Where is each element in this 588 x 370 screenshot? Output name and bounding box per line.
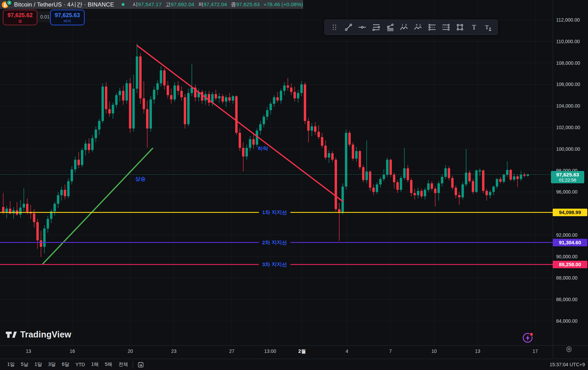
candle-body <box>355 151 358 159</box>
range-button-3달[interactable]: 3달 <box>45 360 59 369</box>
support-price-axis-label: 94,098.99 <box>553 209 587 216</box>
sell-button[interactable]: 97,625.62 셀 <box>3 10 37 25</box>
time-tick-label: 10 <box>431 348 437 354</box>
trend-line-icon[interactable] <box>341 21 356 34</box>
range-button-1달[interactable]: 1달 <box>32 360 45 369</box>
candle-body <box>119 91 121 95</box>
candle-body <box>427 183 430 190</box>
candle-body <box>173 85 176 99</box>
candle-body <box>520 175 522 179</box>
candle-body <box>431 183 433 189</box>
candle-body <box>403 168 406 178</box>
candle-body <box>187 93 190 124</box>
candle-body <box>475 171 478 192</box>
go-to-date-button[interactable] <box>136 360 146 369</box>
candle-body <box>228 97 231 100</box>
candle-body <box>259 124 262 131</box>
candle-body <box>177 85 179 91</box>
candle-body <box>386 160 388 175</box>
candle-body <box>239 133 241 148</box>
candle-body <box>143 98 145 109</box>
candle-body <box>249 139 251 148</box>
symbol-title[interactable]: Bitcoin / TetherUS · 4시간 · BINANCE <box>14 1 114 9</box>
candle-body <box>448 168 450 178</box>
time-tick-label: 7 <box>389 348 392 354</box>
candle-body <box>74 160 76 169</box>
candle-body <box>331 153 334 160</box>
candle-body <box>36 222 39 240</box>
range-button-5해[interactable]: 5해 <box>102 360 116 369</box>
candle-body <box>509 170 512 180</box>
candle-body <box>163 71 166 86</box>
gear-icon[interactable] <box>565 346 573 353</box>
clock[interactable]: 15:37:04 UTC+9 <box>550 359 585 370</box>
candle-body <box>43 229 46 247</box>
fib-retracement-icon[interactable] <box>369 21 383 34</box>
candle-body <box>112 105 114 113</box>
sell-price: 97,625.62 <box>8 12 33 18</box>
tradingview-logo[interactable]: TradingView <box>5 330 71 340</box>
candle-body <box>479 171 481 172</box>
candle-body <box>383 175 385 179</box>
drawing-toolbar: 15ACTT <box>324 20 498 35</box>
candle-body <box>184 97 186 124</box>
range-button-1일[interactable]: 1일 <box>4 360 18 369</box>
candle-body <box>293 92 296 98</box>
pitchfork-icon[interactable] <box>383 21 397 34</box>
candle-body <box>125 83 128 100</box>
ohlc-values: 시97,547.17고97,682.04저97,472.04종97,625.63… <box>133 1 303 8</box>
market-open-dot-icon <box>122 3 124 6</box>
candle-body <box>149 99 152 128</box>
text-icon[interactable]: T <box>467 21 481 34</box>
candle-body <box>19 208 22 214</box>
svg-text:T: T <box>472 24 476 31</box>
range-button-YTD[interactable]: YTD <box>72 360 88 369</box>
time-tick-label: 27 <box>229 348 235 354</box>
candle-body <box>307 121 310 131</box>
candle-body <box>77 160 80 165</box>
long-position-icon[interactable] <box>425 21 439 34</box>
candle-body <box>455 188 457 195</box>
candle-body <box>71 169 73 181</box>
candle-body <box>160 71 162 84</box>
range-button-1해[interactable]: 1해 <box>88 360 102 369</box>
elliott-wave-icon[interactable]: 15 <box>397 21 411 34</box>
candle-body <box>304 84 306 121</box>
buy-button[interactable]: 97,625.63 바이 <box>50 10 85 25</box>
lightning-icon <box>526 335 530 341</box>
candle-body <box>389 160 392 175</box>
xabcd-pattern-icon[interactable]: AC <box>411 21 425 34</box>
range-button-전체[interactable]: 전체 <box>116 360 131 369</box>
time-tick-label: 23 <box>171 348 177 354</box>
ohlc-종: 종97,625.63 <box>231 1 260 8</box>
range-button-5날[interactable]: 5날 <box>18 360 32 369</box>
candle-body <box>407 168 409 180</box>
flash-notification-button[interactable] <box>522 332 534 343</box>
candle-body <box>352 145 354 159</box>
candle-body <box>91 138 94 150</box>
candle-body <box>345 133 347 187</box>
price-tick-label: 86,000.00 <box>556 297 577 302</box>
candle-body <box>451 178 454 187</box>
candle-body <box>81 150 83 165</box>
short-position-icon[interactable] <box>439 21 453 34</box>
price-change: +78.46 (+0.08%) <box>264 1 303 8</box>
horizontal-line-icon[interactable] <box>355 21 369 34</box>
candle-body <box>396 182 399 190</box>
candlestick-chart[interactable]: 상승하락1차 지지선2차 지지선3차 지지선 <box>0 0 588 370</box>
rectangle-icon[interactable] <box>453 21 467 34</box>
anchored-text-icon[interactable]: T <box>481 21 495 34</box>
trend-line-label: 하락 <box>257 146 268 151</box>
candle-body <box>324 146 327 158</box>
trend-line-drawing[interactable] <box>43 148 153 264</box>
candle-body <box>492 187 495 192</box>
candle-body <box>153 90 155 99</box>
candle-body <box>67 181 70 196</box>
price-tick-label: 104,000.00 <box>556 103 580 109</box>
range-button-6달[interactable]: 6달 <box>59 360 72 369</box>
candle-body <box>136 57 138 89</box>
candle-body <box>417 191 419 195</box>
candle-body <box>84 144 87 150</box>
time-tick-label: 20 <box>128 348 133 354</box>
drag-handle-icon[interactable] <box>327 21 341 34</box>
